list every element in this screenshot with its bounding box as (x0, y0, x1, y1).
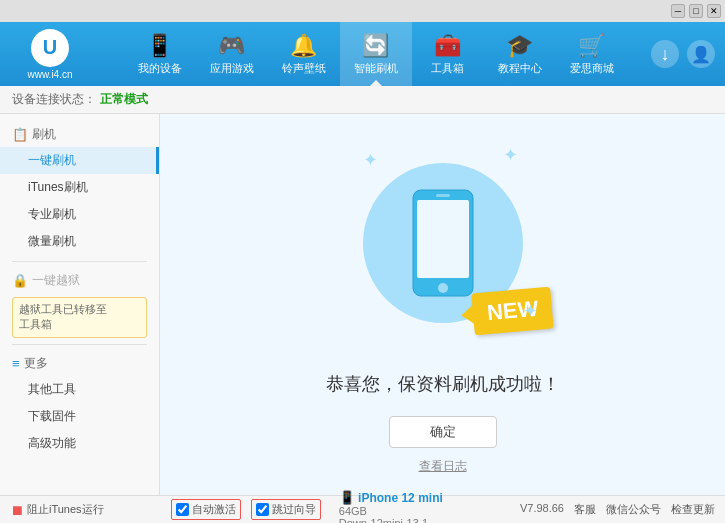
sidebar-section-more[interactable]: ≡ 更多 (0, 351, 159, 376)
logo-website: www.i4.cn (27, 69, 72, 80)
skip-guide-checkbox[interactable] (256, 503, 269, 516)
device-info: 📱 iPhone 12 mini 64GB Down-12mini-13,1 (329, 490, 453, 523)
auto-connect-checkbox[interactable] (176, 503, 189, 516)
save-flash-label: 微量刷机 (28, 234, 76, 248)
auto-connect-cb[interactable]: 自动激活 (171, 499, 241, 520)
checkbox-group: 自动激活 跳过向导 (171, 499, 321, 520)
smart-flash-icon: 🔄 (362, 33, 389, 59)
advanced-label: 高级功能 (28, 436, 76, 450)
phone-svg (408, 188, 478, 298)
nav-items: 📱 我的设备 🎮 应用游戏 🔔 铃声壁纸 🔄 智能刷机 🧰 工具箱 🎓 教程中心… (100, 22, 651, 86)
sidebar-divider-2 (12, 344, 147, 345)
content-area: ✦ ✦ NEW ✦ 恭喜您，保资料刷机成功啦！ 确定 查看日志 (160, 114, 725, 495)
sparkle-tl: ✦ (363, 149, 378, 171)
version-text: V7.98.66 (520, 502, 564, 517)
more-section-icon: ≡ (12, 356, 20, 371)
nav-right-buttons: ↓ 👤 (651, 40, 715, 68)
ringtones-icon: 🔔 (290, 33, 317, 59)
success-title: 恭喜您，保资料刷机成功啦！ (326, 372, 560, 396)
maximize-button[interactable]: □ (689, 4, 703, 18)
skip-guide-cb[interactable]: 跳过向导 (251, 499, 321, 520)
status-label: 设备连接状态： (12, 91, 96, 108)
download-button[interactable]: ↓ (651, 40, 679, 68)
confirm-button[interactable]: 确定 (389, 416, 497, 448)
bottom-right: V7.98.66 客服 微信公众号 检查更新 (520, 502, 715, 517)
tutorials-icon: 🎓 (506, 33, 533, 59)
svg-rect-3 (436, 194, 450, 197)
itunes-stop-button[interactable]: ⏹ 阻止iTunes运行 (10, 502, 104, 518)
sidebar-divider-1 (12, 261, 147, 262)
sidebar-item-other-tools[interactable]: 其他工具 (0, 376, 159, 403)
sidebar-item-save-flash[interactable]: 微量刷机 (0, 228, 159, 255)
device-storage: 64GB (339, 505, 443, 517)
store-icon: 🛒 (578, 33, 605, 59)
user-button[interactable]: 👤 (687, 40, 715, 68)
jailbreak-section-icon: 🔒 (12, 273, 28, 288)
pro-flash-label: 专业刷机 (28, 207, 76, 221)
nav-toolbox[interactable]: 🧰 工具箱 (412, 22, 484, 86)
new-badge: NEW (471, 287, 554, 336)
secondary-link[interactable]: 查看日志 (419, 458, 467, 475)
checkbox-device-area: 自动激活 跳过向导 📱 iPhone 12 mini 64GB Down-12m… (171, 490, 453, 523)
my-device-icon: 📱 (146, 33, 173, 59)
smart-flash-label: 智能刷机 (354, 61, 398, 76)
sparkle-tr: ✦ (503, 144, 518, 166)
one-key-flash-label: 一键刷机 (28, 153, 76, 167)
nav-smart-flash[interactable]: 🔄 智能刷机 (340, 22, 412, 86)
other-tools-label: 其他工具 (28, 382, 76, 396)
sidebar-item-pro-flash[interactable]: 专业刷机 (0, 201, 159, 228)
device-name: 📱 iPhone 12 mini (339, 490, 443, 505)
support-link[interactable]: 客服 (574, 502, 596, 517)
my-device-label: 我的设备 (138, 61, 182, 76)
jailbreak-note: 越狱工具已转移至工具箱 (12, 297, 147, 338)
bottom-bar: ⏹ 阻止iTunes运行 自动激活 跳过向导 📱 iPhone 12 mini … (0, 495, 725, 523)
flash-section-label: 刷机 (32, 126, 56, 143)
jailbreak-section-label: 一键越狱 (32, 272, 80, 289)
success-graphic: ✦ ✦ NEW ✦ (343, 134, 543, 352)
device-firmware: Down-12mini-13,1 (339, 517, 443, 523)
stop-icon: ⏹ (10, 502, 24, 518)
nav-apps-games[interactable]: 🎮 应用游戏 (196, 22, 268, 86)
store-label: 爱思商城 (570, 61, 614, 76)
jailbreak-note-text: 越狱工具已转移至工具箱 (19, 303, 107, 330)
status-value: 正常模式 (100, 91, 148, 108)
tutorials-label: 教程中心 (498, 61, 542, 76)
itunes-stop-label: 阻止iTunes运行 (27, 502, 104, 517)
svg-point-2 (438, 283, 448, 293)
nav-tutorials[interactable]: 🎓 教程中心 (484, 22, 556, 86)
minimize-button[interactable]: ─ (671, 4, 685, 18)
device-name-text: iPhone 12 mini (358, 491, 443, 505)
main-layout: 📋 刷机 一键刷机 iTunes刷机 专业刷机 微量刷机 🔒 一键越狱 越狱工具… (0, 114, 725, 495)
sidebar-item-advanced[interactable]: 高级功能 (0, 430, 159, 457)
header: U www.i4.cn 📱 我的设备 🎮 应用游戏 🔔 铃声壁纸 🔄 智能刷机 … (0, 22, 725, 86)
title-bar: ─ □ ✕ (0, 0, 725, 22)
toolbox-label: 工具箱 (431, 61, 464, 76)
flash-section-icon: 📋 (12, 127, 28, 142)
sparkle-br: ✦ (523, 300, 538, 322)
sidebar: 📋 刷机 一键刷机 iTunes刷机 专业刷机 微量刷机 🔒 一键越狱 越狱工具… (0, 114, 160, 495)
apps-games-label: 应用游戏 (210, 61, 254, 76)
sidebar-section-flash[interactable]: 📋 刷机 (0, 122, 159, 147)
logo-area: U www.i4.cn (10, 29, 90, 80)
toolbox-icon: 🧰 (434, 33, 461, 59)
sidebar-section-jailbreak: 🔒 一键越狱 (0, 268, 159, 293)
wechat-link[interactable]: 微信公众号 (606, 502, 661, 517)
more-section-label: 更多 (24, 355, 48, 372)
sidebar-item-one-key-flash[interactable]: 一键刷机 (0, 147, 159, 174)
svg-rect-1 (417, 200, 469, 278)
logo-icon: U (31, 29, 69, 67)
nav-my-device[interactable]: 📱 我的设备 (124, 22, 196, 86)
auto-connect-label: 自动激活 (192, 502, 236, 517)
nav-store[interactable]: 🛒 爱思商城 (556, 22, 628, 86)
skip-guide-label: 跳过向导 (272, 502, 316, 517)
bottom-left: ⏹ 阻止iTunes运行 (10, 502, 104, 518)
sidebar-item-download-firmware[interactable]: 下载固件 (0, 403, 159, 430)
check-update-link[interactable]: 检查更新 (671, 502, 715, 517)
ringtones-label: 铃声壁纸 (282, 61, 326, 76)
itunes-flash-label: iTunes刷机 (28, 180, 88, 194)
sidebar-item-itunes-flash[interactable]: iTunes刷机 (0, 174, 159, 201)
status-bar: 设备连接状态： 正常模式 (0, 86, 725, 114)
close-button[interactable]: ✕ (707, 4, 721, 18)
nav-ringtones[interactable]: 🔔 铃声壁纸 (268, 22, 340, 86)
download-firmware-label: 下载固件 (28, 409, 76, 423)
